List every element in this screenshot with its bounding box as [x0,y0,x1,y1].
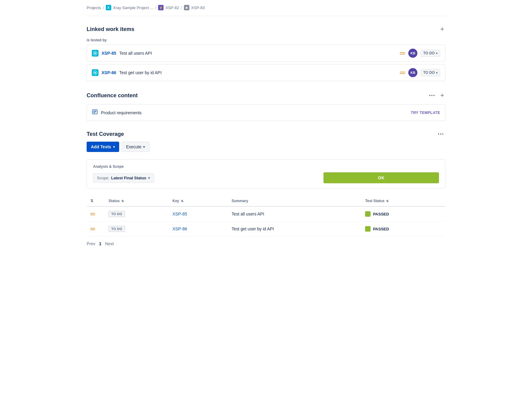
add-tests-chevron-icon: ▾ [113,145,115,149]
breadcrumb-xray-icon: X [106,5,111,10]
confluence-doc-icon [92,109,98,116]
linked-item-xsp85-menu-icon [400,52,405,54]
svg-point-1 [94,52,96,54]
pagination-next[interactable]: Next [105,241,114,246]
linked-item-xsp85: XSP-85 Test all users API KB TO DO ▾ [87,45,445,62]
linked-work-items-title: Linked work items [87,26,134,33]
scope-row: Scope: Latest Final Status ▾ OK [93,172,439,183]
row1-key[interactable]: XSP-85 [172,212,187,216]
row2-passed-color [365,226,371,232]
linked-item-xsp86-status[interactable]: TO DO ▾ [420,69,440,76]
linked-item-xsp86-avatar: KB [408,68,417,77]
confluence-content-section: Confluence content ••• + Product require… [87,91,445,121]
pagination-current: 1 [99,241,102,246]
svg-point-3 [94,72,96,73]
pagination: Prev 1 Next [87,236,445,246]
linked-work-items-sublabel: is tested by [87,38,445,42]
row2-summary: Test get user by id API [228,222,361,236]
scope-chevron-icon: ▾ [148,176,150,180]
row1-test-status: PASSED [365,211,442,217]
row2-menu-icon [90,228,101,230]
confluence-header: Confluence content ••• + [87,91,445,100]
col-summary-header: Summary [228,196,361,206]
table-row: TO DO XSP-86 Test get user by id API PAS… [87,222,445,236]
status-chevron-2: ▾ [436,71,437,74]
row1-status: TO DO [109,211,125,217]
col-key-header[interactable]: Key ⇅ [169,196,228,206]
test-coverage-section: Test Coverage ••• Add Tests ▾ Execute ▾ … [87,131,445,246]
col-sort-icon[interactable]: ⇅ [87,196,105,206]
breadcrumb-xsp83[interactable]: XSP-83 [191,5,205,10]
test-coverage-title: Test Coverage [87,131,124,137]
scope-prefix: Scope: [97,176,109,180]
linked-work-items-header: Linked work items + [87,25,445,34]
execute-chevron-icon: ▾ [143,145,145,149]
linked-work-items-section: Linked work items + is tested by XSP-85 … [87,25,445,81]
analysis-scope-section: Analysis & Scope Scope: Latest Final Sta… [87,159,445,188]
test-coverage-header: Test Coverage ••• [87,131,445,137]
add-tests-button[interactable]: Add Tests ▾ [87,142,119,152]
linked-item-xsp86-menu-icon [400,72,405,74]
col-status-header[interactable]: Status ⇅ [105,196,169,206]
breadcrumb-xray-project[interactable]: Xray Sample Project ... [113,5,154,10]
linked-work-items-add-button[interactable]: + [439,25,445,34]
row2-key[interactable]: XSP-86 [172,226,187,231]
table-row: TO DO XSP-85 Test all users API PASSED [87,206,445,222]
linked-item-xsp85-status[interactable]: TO DO ▾ [420,50,440,57]
col-test-status-header[interactable]: Test Status ⇅ [361,196,445,206]
confluence-item: Product requirements TRY TEMPLATE [87,104,445,121]
row2-status: TO DO [109,226,125,232]
row1-passed-color [365,211,371,217]
scope-select-button[interactable]: Scope: Latest Final Status ▾ [93,173,154,183]
test-status-sort-icon: ⇅ [386,199,389,203]
row1-menu-icon [90,213,101,215]
linked-item-xsp85-icon [92,50,98,57]
breadcrumb-xsp82[interactable]: XSP-82 [165,5,179,10]
test-coverage-more-button[interactable]: ••• [437,131,445,137]
confluence-title: Confluence content [87,92,138,99]
execute-button[interactable]: Execute ▾ [122,142,150,152]
coverage-table: ⇅ Status ⇅ Key ⇅ Summary Test Status [87,196,445,236]
row2-test-status: PASSED [365,226,442,232]
status-sort-icon: ⇅ [121,199,124,203]
breadcrumb-xsp83-icon: ◉ [184,5,189,10]
linked-item-xsp86-title: Test get user by id API [119,70,400,75]
status-chevron: ▾ [436,52,437,55]
key-sort-icon: ⇅ [181,199,183,203]
breadcrumb-xsp82-icon: ⚡ [158,5,164,10]
try-template-button[interactable]: TRY TEMPLATE [411,111,440,115]
pagination-prev[interactable]: Prev [87,241,95,246]
analysis-scope-label: Analysis & Scope [93,164,439,169]
ok-bar: OK [323,172,439,183]
row1-summary: Test all users API [228,206,361,222]
linked-item-xsp85-title: Test all users API [119,51,400,56]
confluence-more-button[interactable]: ••• [428,92,437,99]
linked-item-xsp85-avatar: KB [408,49,417,58]
scope-value: Latest Final Status [111,176,146,180]
linked-item-xsp86: XSP-86 Test get user by id API KB TO DO … [87,64,445,81]
linked-item-xsp86-key[interactable]: XSP-86 [102,70,116,75]
confluence-item-title: Product requirements [101,110,411,115]
confluence-add-button[interactable]: + [439,91,445,100]
breadcrumb: Projects / X Xray Sample Project ... / ⚡… [87,0,445,16]
breadcrumb-projects[interactable]: Projects [87,5,101,10]
linked-item-xsp86-icon [92,69,98,76]
linked-item-xsp85-key[interactable]: XSP-85 [102,51,116,56]
test-coverage-actions: Add Tests ▾ Execute ▾ [87,142,445,152]
